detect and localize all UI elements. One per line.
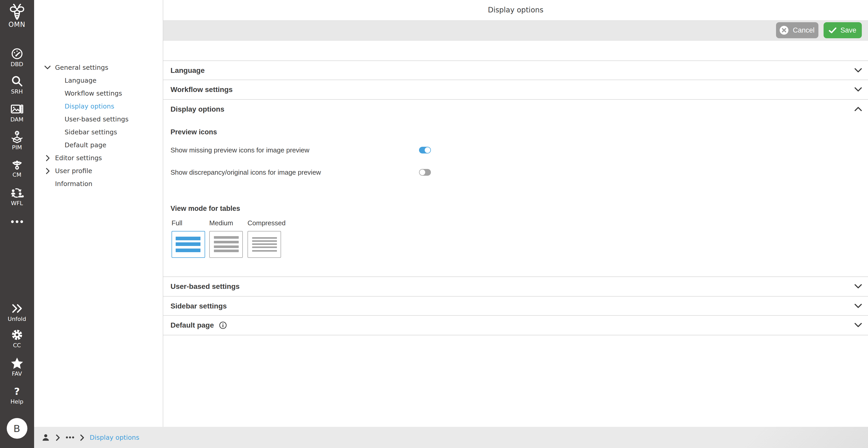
sidebar-item-label: OMN (0, 21, 34, 28)
star-icon (0, 357, 34, 370)
workflow-icon (0, 186, 34, 200)
chevron-down-icon (44, 64, 51, 71)
sidebar-item-label: DBD (0, 61, 34, 68)
sidebar-item-unfold[interactable]: Unfold (0, 302, 34, 323)
sidebar-item-dam[interactable]: DAM (0, 102, 34, 123)
settings-nav-panel: General settings Language Workflow setti… (34, 0, 163, 427)
sidebar-item-label: Unfold (0, 316, 34, 323)
app-window: OMN DBD SRH (0, 0, 868, 448)
save-button-label: Save (840, 26, 857, 34)
dashboard-gauge-icon (0, 47, 34, 60)
table-row-bar (176, 248, 200, 252)
sidebar-item-dbd[interactable]: DBD (0, 47, 34, 68)
sidebar-item-label: DAM (0, 116, 34, 123)
tree-item-display-options[interactable]: Display options (34, 100, 163, 113)
sidebar-item-srh[interactable]: SRH (0, 74, 34, 95)
sidebar-item-label: FAV (0, 370, 34, 377)
table-row-bar (214, 245, 239, 248)
sidebar-item-cm[interactable]: CM (0, 158, 34, 178)
breadcrumb-separator-icon (80, 434, 84, 441)
table-row-bar (176, 243, 200, 246)
chevron-down-icon (855, 88, 862, 92)
view-mode-option-full[interactable] (171, 231, 205, 258)
setting-row-missing-preview-icons: Show missing preview icons for image pre… (170, 145, 868, 155)
view-mode-option-medium[interactable] (209, 231, 243, 258)
view-mode-label-medium: Medium (209, 219, 233, 227)
sidebar-item-wfl[interactable]: WFL (0, 186, 34, 207)
gear-icon (0, 328, 34, 341)
chevron-down-icon (855, 323, 862, 327)
sidebar-item-pim[interactable]: P PIM (0, 130, 34, 151)
sidebar-item-label: CM (0, 172, 34, 178)
tree-item-information[interactable]: Information (34, 177, 163, 190)
view-mode-label-compressed: Compressed (247, 219, 285, 227)
display-options-panel: Preview icons Show missing preview icons… (163, 119, 868, 277)
tree-item-sidebar-settings[interactable]: Sidebar settings (34, 125, 163, 139)
tree-item-user-based-settings[interactable]: User-based settings (34, 113, 163, 125)
toggle-knob (425, 147, 430, 153)
accordion-sidebar-settings[interactable]: Sidebar settings (163, 296, 868, 316)
tree-item-default-page[interactable]: Default page (34, 139, 163, 151)
table-row-bar (214, 241, 239, 243)
preview-icons-heading: Preview icons (170, 128, 217, 137)
breadcrumb-separator-icon (56, 434, 60, 441)
branch-arrows-icon (0, 158, 34, 171)
sidebar-item-label: WFL (0, 200, 34, 207)
table-row-bar (252, 244, 277, 245)
setting-row-discrepancy-icons: Show discrepancy/original icons for imag… (170, 167, 868, 177)
sidebar-item-help[interactable]: ? Help (0, 384, 34, 405)
table-row-bar (252, 250, 277, 251)
tree-item-editor-settings[interactable]: Editor settings (34, 151, 163, 164)
chevron-down-icon (855, 68, 862, 72)
ellipsis-icon (0, 215, 34, 229)
tree-item-general-settings[interactable]: General settings (34, 61, 163, 74)
toggle-missing-preview-icons[interactable] (419, 147, 431, 153)
breadcrumb-collapsed-ellipsis[interactable] (65, 436, 74, 439)
user-avatar[interactable]: B (6, 418, 27, 439)
chevron-down-icon (855, 304, 862, 308)
sidebar-item-cc[interactable]: CC (0, 328, 34, 349)
save-button[interactable]: Save (823, 22, 862, 38)
page-title: Display options (163, 0, 868, 20)
accordion-display-options[interactable]: Display options (163, 99, 868, 119)
sidebar-item-label: SRH (0, 88, 34, 95)
table-row-bar (214, 249, 239, 252)
product-box-icon: P (0, 130, 34, 144)
table-row-bar (176, 237, 200, 240)
svg-text:P: P (16, 131, 18, 135)
cancel-button[interactable]: Cancel (776, 22, 818, 38)
sidebar-item-label: Help (0, 398, 34, 405)
chevron-down-icon (855, 285, 862, 289)
user-icon[interactable] (41, 433, 50, 442)
breadcrumb: Display options (34, 427, 868, 448)
accordion-user-based-settings[interactable]: User-based settings (163, 277, 868, 296)
check-icon (829, 27, 836, 33)
accordion-default-page[interactable]: Default page (163, 316, 868, 335)
sidebar-item-more[interactable] (0, 215, 34, 229)
toggle-knob (420, 169, 425, 175)
sidebar-item-omn[interactable]: OMN (0, 3, 34, 28)
sidebar-item-label: PIM (0, 144, 34, 151)
chevron-right-icon (44, 168, 51, 174)
info-icon[interactable] (219, 321, 227, 329)
cancel-x-icon (780, 26, 789, 35)
bee-logo-icon (0, 3, 34, 21)
accordion-language[interactable]: Language (163, 61, 868, 80)
tree-item-workflow-settings[interactable]: Workflow settings (34, 87, 163, 100)
media-image-icon (0, 102, 34, 116)
sidebar-item-fav[interactable]: FAV (0, 357, 34, 377)
table-row-bar (252, 247, 277, 248)
tree-item-language[interactable]: Language (34, 74, 163, 87)
view-mode-option-compressed[interactable] (247, 231, 281, 258)
question-mark-icon: ? (0, 384, 34, 398)
chevron-right-icon (44, 154, 51, 161)
accordion-workflow-settings[interactable]: Workflow settings (163, 80, 868, 99)
tree-item-user-profile[interactable]: User profile (34, 164, 163, 177)
toggle-discrepancy-icons[interactable] (419, 169, 431, 175)
breadcrumb-current-page[interactable]: Display options (90, 434, 139, 441)
chevron-up-icon (855, 107, 862, 111)
double-chevron-right-icon (0, 302, 34, 315)
cancel-button-label: Cancel (793, 26, 814, 34)
table-row-bar (252, 240, 277, 242)
sidebar-item-label: CC (0, 342, 34, 349)
